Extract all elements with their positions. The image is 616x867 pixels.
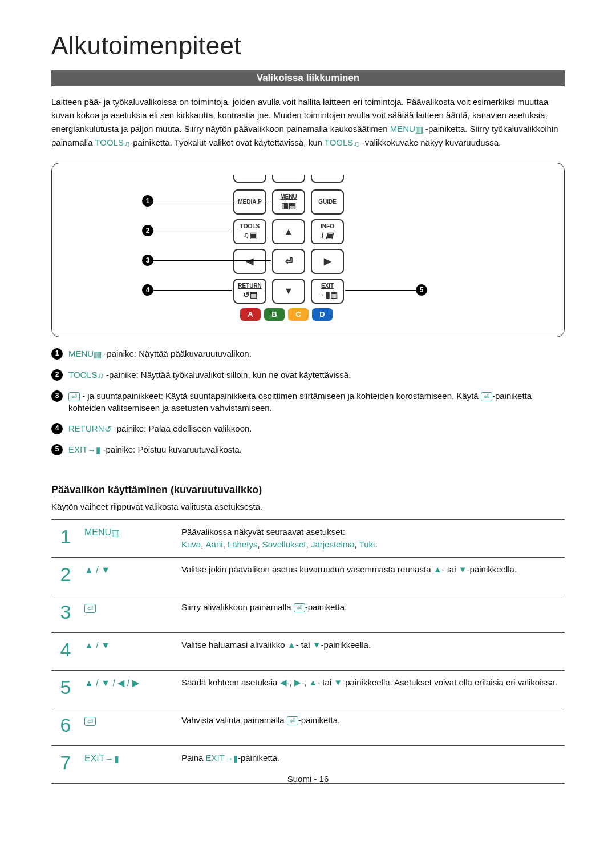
callout-1: 1 bbox=[142, 195, 153, 207]
remote-btn-return: RETURN↺▤ bbox=[233, 279, 266, 304]
table-row: 3 ⏎ Siirry alivalikkoon painamalla ⏎-pai… bbox=[51, 595, 565, 632]
section-heading: Valikoissa liikkuminen bbox=[51, 70, 565, 86]
remote-btn-exit: EXIT→▮▤ bbox=[311, 279, 344, 304]
subsection-heading: Päävalikon käyttäminen (kuvaruutuvalikko… bbox=[51, 484, 565, 496]
legend-item: 1 MENU▥ -painike: Näyttää pääkuvaruutuva… bbox=[51, 348, 565, 361]
intro-paragraph: Laitteen pää- ja työkaluvalikoissa on to… bbox=[51, 95, 565, 150]
table-row: 4 ▲ / ▼ Valitse haluamasi alivalikko ▲- … bbox=[51, 632, 565, 670]
remote-btn-tools: TOOLS♫▤ bbox=[233, 219, 266, 244]
table-row: 6 ⏎ Vahvista valinta painamalla ⏎-painik… bbox=[51, 708, 565, 745]
callout-5: 5 bbox=[416, 284, 427, 296]
menu-keyword: MENU▥ bbox=[390, 124, 423, 134]
remote-btn-left: ◀ bbox=[233, 249, 266, 274]
remote-btn-enter: ⏎ bbox=[272, 249, 305, 274]
page-title: Alkutoimenpiteet bbox=[51, 31, 565, 60]
page-footer: Suomi - 16 bbox=[0, 774, 616, 784]
callout-4: 4 bbox=[142, 284, 153, 296]
table-row: 1 MENU▥ Päävalikossa näkyvät seuraavat a… bbox=[51, 519, 565, 557]
legend-item: 3 ⏎ - ja suuntapainikkeet: Käytä suuntap… bbox=[51, 390, 565, 415]
remote-color-buttons: A B C D bbox=[240, 308, 333, 321]
legend-item: 2 TOOLS♫ -painike: Näyttää työkaluvaliko… bbox=[51, 369, 565, 382]
table-row: 5 ▲ / ▼ / ◀ / ▶ Säädä kohteen asetuksia … bbox=[51, 670, 565, 708]
tools-keyword: TOOLS♫ bbox=[325, 138, 360, 147]
callout-2: 2 bbox=[142, 225, 153, 236]
callout-3: 3 bbox=[142, 255, 153, 266]
remote-btn-up: ▲ bbox=[272, 219, 305, 244]
steps-table: 1 MENU▥ Päävalikossa näkyvät seuraavat a… bbox=[51, 519, 565, 784]
remote-btn-right: ▶ bbox=[311, 249, 344, 274]
legend-item: 4 RETURN↺ -painike: Palaa edelliseen val… bbox=[51, 422, 565, 435]
legend-list: 1 MENU▥ -painike: Näyttää pääkuvaruutuva… bbox=[51, 348, 565, 457]
remote-btn-info: INFOi ▤ bbox=[311, 219, 344, 244]
remote-btn-guide: GUIDE bbox=[311, 189, 344, 215]
tools-keyword: TOOLS♫ bbox=[95, 138, 130, 147]
remote-illustration: MEDIA.P MENU▥▤ GUIDE TOOLS♫▤ ▲ INFOi ▤ ◀… bbox=[51, 163, 565, 337]
legend-item: 5 EXIT→▮ -painike: Poistuu kuvaruutuvali… bbox=[51, 443, 565, 457]
remote-btn-menu: MENU▥▤ bbox=[272, 189, 305, 215]
remote-btn-media-p: MEDIA.P bbox=[233, 189, 266, 215]
remote-btn-down: ▼ bbox=[272, 279, 305, 304]
table-row: 2 ▲ / ▼ Valitse jokin päävalikon asetus … bbox=[51, 557, 565, 595]
subsection-intro: Käytön vaiheet riippuvat valikosta valit… bbox=[51, 502, 565, 511]
